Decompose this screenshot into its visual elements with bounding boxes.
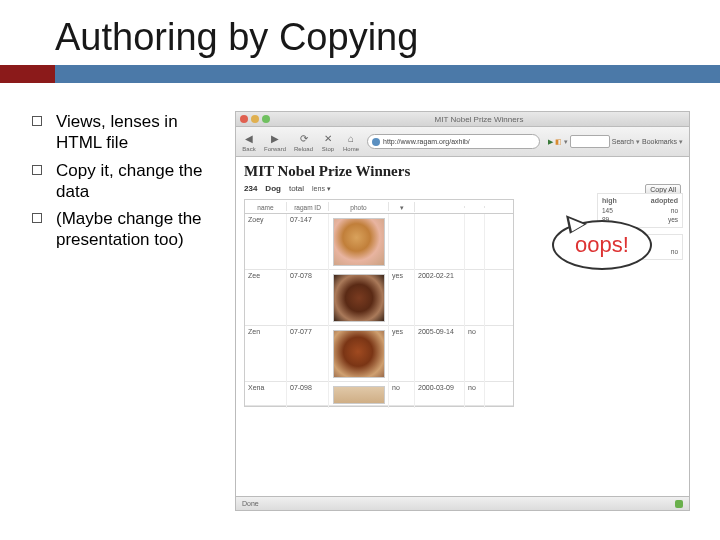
go-icon[interactable]: ▶	[548, 138, 553, 146]
page-heading: MIT Nobel Prize Winners	[244, 163, 681, 180]
cell-photo	[329, 214, 389, 270]
cell: no	[465, 382, 485, 408]
cell-photo	[329, 270, 389, 326]
forward-icon: ▶	[268, 131, 282, 145]
col-4[interactable]: ▾	[389, 202, 415, 212]
bookmarks-label[interactable]: Bookmarks	[642, 138, 677, 145]
browser-window: MIT Nobel Prize Winners ◀ Back ▶ Forward…	[235, 111, 690, 511]
status-text: Done	[242, 500, 259, 507]
bullet-item: (Maybe change the presentation too)	[32, 208, 225, 251]
cell: 2005-09-14	[415, 326, 465, 382]
cell: no	[465, 326, 485, 382]
toolbar-right: ▶ ◧ ▾ Search ▾ Bookmarks ▾	[548, 135, 683, 148]
photo-thumb	[333, 330, 385, 378]
cell-id: 07-098	[287, 382, 329, 408]
minimize-icon[interactable]	[251, 115, 259, 123]
cell-photo	[329, 326, 389, 382]
photo-thumb	[333, 386, 385, 404]
title-divider	[0, 65, 720, 83]
url-bar[interactable]: http://www.ragam.org/axhib/	[367, 134, 540, 149]
stop-icon: ✕	[321, 131, 335, 145]
table-row: Zen 07-077 yes 2005-09-14 no	[245, 326, 513, 382]
cell	[465, 214, 485, 270]
status-bar: Done	[236, 496, 689, 510]
close-icon[interactable]	[240, 115, 248, 123]
cell-id: 07-147	[287, 214, 329, 270]
callout: oops!	[552, 220, 652, 270]
facet-head: adopted	[651, 197, 678, 204]
reload-button[interactable]: ⟳ Reload	[294, 131, 313, 152]
col-name[interactable]: name	[245, 202, 287, 211]
table-row: Zee 07-078 yes 2002-02-21	[245, 270, 513, 326]
table-row: Zoey 07-147	[245, 214, 513, 270]
col-6[interactable]	[465, 206, 485, 208]
bullet-text: (Maybe change the presentation too)	[56, 208, 225, 251]
chevron-down-icon[interactable]: ▾	[564, 138, 568, 146]
col-photo[interactable]: photo	[329, 202, 389, 211]
titlebar: MIT Nobel Prize Winners	[236, 112, 689, 127]
page-content: MIT Nobel Prize Winners 234 Dog total le…	[236, 157, 689, 496]
col-5[interactable]	[415, 206, 465, 208]
chevron-down-icon[interactable]: ▾	[679, 138, 683, 146]
bullet-text: Views, lenses in HTML file	[56, 111, 225, 154]
callout-bubble: oops!	[552, 220, 652, 270]
col-id[interactable]: ragam ID	[287, 202, 329, 211]
data-grid: name ragam ID photo ▾ Zoey 07-147	[244, 199, 514, 407]
cell: yes	[389, 270, 415, 326]
toolbar: ◀ Back ▶ Forward ⟳ Reload ✕ Stop ⌂ Home …	[236, 127, 689, 157]
callout-text: oops!	[575, 232, 629, 258]
cell-id: 07-077	[287, 326, 329, 382]
cell: no	[389, 382, 415, 408]
summary-count: 234	[244, 184, 257, 193]
lens-dropdown[interactable]: lens ▾	[312, 185, 331, 193]
cell-name: Zen	[245, 326, 287, 382]
cell-id: 07-078	[287, 270, 329, 326]
cell: 2000-03-09	[415, 382, 465, 408]
cell-photo	[329, 382, 389, 408]
cell	[465, 270, 485, 326]
summary: 234 Dog total lens ▾	[244, 184, 331, 193]
cell: yes	[389, 326, 415, 382]
stop-button[interactable]: ✕ Stop	[321, 131, 335, 152]
bullet-text: Copy it, change the data	[56, 160, 225, 203]
search-label: Search	[612, 138, 634, 145]
home-button[interactable]: ⌂ Home	[343, 131, 359, 152]
cell: 2002-02-21	[415, 270, 465, 326]
globe-icon	[372, 138, 380, 146]
bullet-list: Views, lenses in HTML file Copy it, chan…	[0, 111, 235, 511]
url-text: http://www.ragam.org/axhib/	[383, 138, 470, 145]
reload-icon: ⟳	[297, 131, 311, 145]
photo-thumb	[333, 274, 385, 322]
back-icon: ◀	[242, 131, 256, 145]
home-icon: ⌂	[344, 131, 358, 145]
zoom-icon[interactable]	[262, 115, 270, 123]
bullet-marker	[32, 213, 42, 223]
rss-icon[interactable]: ◧	[555, 138, 562, 146]
bullet-marker	[32, 116, 42, 126]
table-row: Xena 07-098 no 2000-03-09 no	[245, 382, 513, 406]
cell	[389, 214, 415, 270]
window-title: MIT Nobel Prize Winners	[273, 115, 685, 124]
cell-name: Zee	[245, 270, 287, 326]
facet-head: high	[602, 197, 617, 204]
status-secure-icon	[675, 500, 683, 508]
photo-thumb	[333, 218, 385, 266]
forward-button[interactable]: ▶ Forward	[264, 131, 286, 152]
summary-kind: Dog	[265, 184, 281, 193]
slide-title: Authoring by Copying	[0, 0, 720, 65]
cell-name: Zoey	[245, 214, 287, 270]
chevron-down-icon[interactable]: ▾	[636, 138, 640, 146]
cell	[415, 214, 465, 270]
content-area: Views, lenses in HTML file Copy it, chan…	[0, 83, 720, 511]
grid-header: name ragam ID photo ▾	[245, 200, 513, 214]
search-field[interactable]	[570, 135, 610, 148]
cell-name: Xena	[245, 382, 287, 408]
summary-total: total	[289, 184, 304, 193]
facet-line[interactable]: 145 no	[602, 206, 678, 215]
back-button[interactable]: ◀ Back	[242, 131, 256, 152]
bullet-item: Copy it, change the data	[32, 160, 225, 203]
bullet-marker	[32, 165, 42, 175]
bullet-item: Views, lenses in HTML file	[32, 111, 225, 154]
